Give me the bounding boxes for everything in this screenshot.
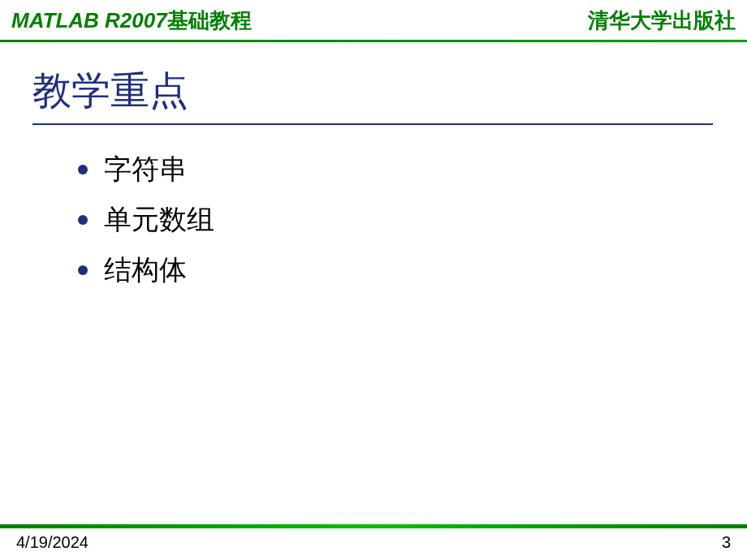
bullet-list: 字符串 单元数组 结构体	[0, 151, 747, 289]
title-area: 教学重点	[0, 65, 747, 125]
header-divider	[0, 40, 747, 42]
bullet-icon	[78, 165, 88, 174]
footer-date: 4/19/2024	[16, 533, 89, 552]
bullet-icon	[78, 215, 88, 225]
list-item: 单元数组	[78, 201, 747, 239]
slide-footer: 4/19/2024 3	[0, 524, 747, 560]
list-item: 结构体	[78, 252, 747, 289]
footer-divider	[0, 524, 747, 528]
bullet-icon	[78, 265, 88, 275]
bullet-text: 字符串	[104, 151, 187, 188]
bullet-text: 结构体	[104, 252, 187, 289]
footer-page-number: 3	[722, 533, 731, 552]
slide-title: 教学重点	[32, 65, 747, 122]
title-underline	[32, 123, 713, 125]
footer-content: 4/19/2024 3	[0, 533, 747, 560]
header-left-cn: 基础教程	[167, 8, 252, 32]
slide-header: MATLAB R2007基础教程 清华大学出版社	[0, 0, 747, 38]
bullet-text: 单元数组	[104, 201, 214, 239]
header-left-title: MATLAB R2007基础教程	[11, 6, 252, 35]
list-item: 字符串	[78, 151, 747, 188]
header-right-publisher: 清华大学出版社	[588, 6, 736, 35]
header-left-en: MATLAB R2007	[11, 8, 167, 32]
